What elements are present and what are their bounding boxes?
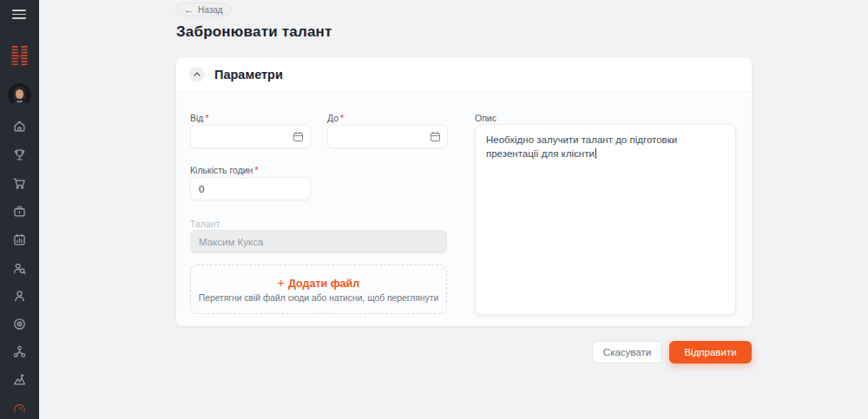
parameters-panel: Параметри Від* До* Кількість годин* [176, 57, 752, 326]
talent-label: Талант [190, 219, 220, 229]
required-mark: * [205, 113, 208, 123]
to-date-field [327, 125, 448, 148]
talent-input: Максим Кукса [190, 230, 447, 253]
logo-h-icon [10, 44, 30, 67]
mountain-flag-icon[interactable] [12, 372, 27, 387]
gauge-icon[interactable] [12, 400, 27, 415]
required-mark: * [254, 165, 258, 175]
briefcase-icon[interactable] [12, 204, 27, 219]
home-icon[interactable] [12, 119, 27, 134]
panel-body: Від* До* Кількість годин* Талант [176, 92, 752, 325]
text-caret [595, 148, 597, 159]
description-text: Необхідно залучити талант до підготовки … [486, 134, 677, 159]
calendar-icon[interactable] [430, 131, 441, 142]
page-title: Забронювати талант [176, 23, 332, 41]
sidebar [0, 0, 39, 419]
chevron-up-icon [194, 72, 201, 76]
add-file-button[interactable]: +Додати файл [278, 276, 359, 290]
to-label: До* [327, 113, 344, 123]
back-button-label: Назад [198, 5, 223, 15]
file-dropzone[interactable]: +Додати файл Перетягни свій файл сюди аб… [190, 265, 447, 314]
avatar[interactable] [8, 83, 31, 107]
from-label: Від* [190, 113, 209, 123]
network-icon[interactable] [12, 344, 27, 359]
user-search-icon[interactable] [12, 261, 27, 276]
collapse-button[interactable] [189, 67, 205, 82]
back-button[interactable]: ← Назад [175, 3, 232, 16]
menu-icon[interactable] [12, 10, 26, 19]
panel-header: Параметри [176, 57, 752, 92]
app-logo [10, 44, 30, 70]
cancel-button[interactable]: Скасувати [592, 341, 662, 363]
target-icon[interactable] [12, 317, 27, 331]
user-icon[interactable] [12, 289, 27, 304]
back-arrow-icon: ← [184, 5, 194, 15]
calendar-stats-icon[interactable] [12, 232, 27, 247]
calendar-icon[interactable] [293, 131, 304, 142]
trophy-icon[interactable] [12, 147, 27, 162]
description-textarea[interactable]: Необхідно залучити талант до підготовки … [475, 124, 736, 315]
from-date-field [190, 125, 311, 148]
description-label: Опис [475, 113, 496, 123]
hours-input[interactable] [190, 177, 311, 200]
hours-label: Кількість годин* [190, 165, 259, 175]
submit-button[interactable]: Відправити [669, 341, 752, 363]
plus-icon: + [278, 276, 285, 290]
dropzone-hint: Перетягни свій файл сюди або натисни, що… [199, 293, 438, 303]
required-mark: * [340, 113, 344, 123]
panel-title: Параметри [214, 68, 283, 82]
cart-icon[interactable] [12, 176, 27, 191]
